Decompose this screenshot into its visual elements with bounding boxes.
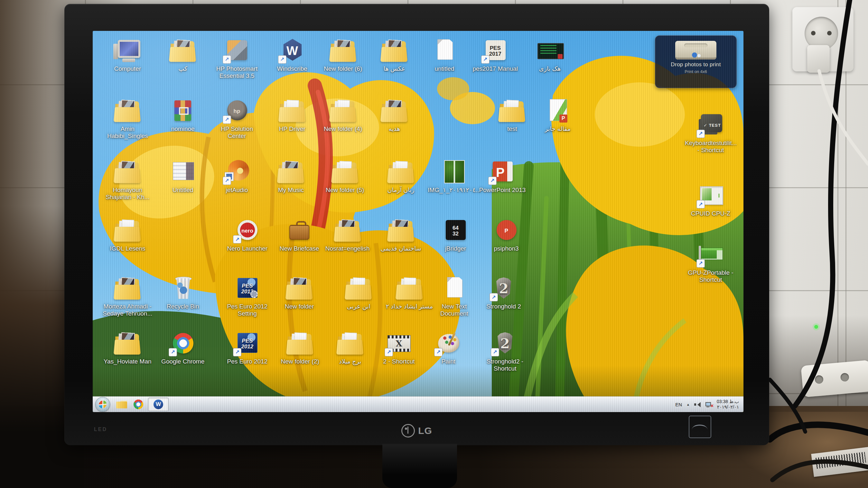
folder-papers-icon	[330, 160, 360, 185]
folder-media-icon	[113, 331, 142, 356]
icon-borj-folder[interactable]: برج میلاد	[324, 331, 376, 365]
icon-windscribe[interactable]: W↗ Windscribe	[267, 39, 318, 72]
icon-sakhteman-ghadimi[interactable]: ساختمان قدیمی	[375, 219, 427, 252]
language-indicator[interactable]: EN	[675, 402, 682, 407]
icon-art	[121, 277, 135, 295]
taskbar-explorer-button[interactable]	[113, 397, 130, 412]
icon-paint[interactable]: ↗ Paint	[423, 331, 474, 365]
icon-art	[122, 59, 135, 62]
icon-label: 2 - Shortcut	[373, 358, 425, 365]
icon-psiphon3[interactable]: P psiphon3	[480, 219, 532, 252]
icon-pes-euro-setting[interactable]: PES 2012 Pes Euro 2012 Setting	[221, 276, 273, 317]
icon-art	[179, 107, 189, 115]
icon-2-shortcut[interactable]: X↗ 2 - Shortcut	[373, 331, 425, 365]
icon-recycle-bin[interactable]: Recycle Bin	[157, 276, 209, 310]
icon-stronghold-2[interactable]: 2↗ Stronghold 2	[478, 276, 529, 310]
volume-icon[interactable]	[694, 402, 700, 407]
icon-morteza-ahmadi[interactable]: Morteza Ahmadi - Sedaye Tehruon...	[102, 276, 153, 317]
tile-icon: 64 32	[441, 219, 470, 243]
shot-icon	[168, 160, 197, 185]
icon-jetaudio[interactable]: ↗ jetAudio	[211, 160, 262, 194]
icon-ibn-arabi[interactable]: ابن عربی	[333, 276, 384, 310]
hidden-icons-chevron[interactable]: ▴	[687, 402, 689, 406]
icon-pes-euro-2012[interactable]: PES 2012↗ Pes Euro 2012	[221, 331, 273, 365]
icon-art	[121, 332, 135, 350]
icon-new-folder-6[interactable]: New folder (6)	[317, 39, 369, 72]
start-button[interactable]	[95, 397, 110, 412]
icon-kap-folder[interactable]: کپ	[157, 39, 209, 72]
gadget-title: Drop photos to print	[655, 61, 736, 68]
icon-img-20191204[interactable]: IMG_٢٠١٩١٢٠٤_١...	[428, 160, 479, 194]
taskbar-chrome-button[interactable]	[130, 397, 147, 412]
icon-computer[interactable]: Computer	[102, 39, 153, 72]
icon-art: 64 32	[441, 219, 470, 243]
print-gadget[interactable]: Drop photos to print Print on 4x6	[655, 35, 737, 88]
icon-aks-ha-folder[interactable]: عکس ها	[369, 39, 420, 72]
icon-cpuid-cpuz[interactable]: ↗ CPUID CPU-Z	[685, 183, 736, 217]
icon-hp-solution-center[interactable]: hp↗ HP Solution Center	[211, 99, 262, 140]
folder-media-icon	[113, 276, 142, 301]
icon-new-briefcase[interactable]: New Briefcase	[274, 219, 325, 252]
icon-label: test	[486, 126, 538, 133]
windows-logo-icon	[99, 400, 106, 409]
pp-icon: P↗	[488, 160, 517, 185]
icon-hp-driver[interactable]: HP Driver	[267, 99, 318, 133]
icon-mester-folder[interactable]: مستر ایشاد خداد ٢	[384, 276, 435, 310]
shortcut-arrow-icon: ↗	[491, 348, 499, 356]
folder-media-icon	[379, 99, 409, 124]
icon-new-text-document[interactable]: New Text Document	[428, 276, 480, 317]
icon-nominoe[interactable]: nominoe	[157, 99, 209, 133]
icon-test-folder[interactable]: test	[486, 99, 538, 133]
icon-amin-habibi[interactable]: Amin Habibi_Singles	[102, 99, 153, 140]
icon-label: GPU-ZPortable - Shortcut	[685, 269, 736, 284]
icon-new-folder-4[interactable]: New folder (4)	[317, 99, 369, 133]
icon-label: PowerPoint 2013	[477, 187, 528, 194]
icon-igdl-lesens[interactable]: IGDL Lesens	[102, 219, 153, 252]
icon-new-folder[interactable]: New folder	[274, 276, 325, 310]
icon-label: HP Solution Center	[211, 126, 262, 140]
clock[interactable]: 03:38 ب.ظ ٢٠١٩/٠٢/٠١	[717, 399, 739, 410]
icon-art	[344, 332, 357, 349]
icon-untitled-doc[interactable]: untitled	[419, 39, 470, 72]
desktop[interactable]: Computer کپ ↗ HP Photosmart Essential 3.…	[93, 31, 743, 412]
icon-hediye-folder[interactable]: هدیه	[369, 99, 420, 133]
icon-label: مستر ایشاد خداد ٢	[384, 303, 435, 310]
icon-art	[294, 332, 307, 349]
icon-yas-hoviate-man[interactable]: Yas_Hoviate Man	[102, 331, 153, 365]
icon-homayoun-shajarian[interactable]: Homayoun Shajarian - Kh...	[102, 160, 153, 201]
icon-new-folder-5[interactable]: New folder (5)	[319, 160, 371, 194]
icon-pes2017-manual[interactable]: PES 2017↗ pes2017 Manual	[470, 39, 521, 72]
icon-maghale-jaber[interactable]: P مقاله جابر	[532, 99, 584, 133]
monitor-stand	[382, 444, 457, 488]
shortcut-arrow-icon: ↗	[481, 55, 490, 64]
taskbar-windscribe-button[interactable]: W	[148, 398, 168, 411]
icon-zaban-arman[interactable]: زبان آرمان	[375, 160, 427, 194]
icon-stronghold2-shortcut[interactable]: 2↗ Stronghold2 - Shortcut	[479, 331, 531, 372]
energy-star-sticker	[689, 416, 711, 438]
icon-label: New folder (2)	[274, 358, 326, 365]
icon-hack-bazi[interactable]: هک بازی	[524, 39, 576, 72]
icon-label: psiphon3	[480, 245, 532, 252]
icon-label: jetAudio	[211, 187, 262, 194]
icon-nero-launcher[interactable]: nero↗ Nero Launcher	[221, 219, 273, 252]
icon-hp-photosmart[interactable]: ↗ HP Photosmart Essential 3.5	[211, 39, 262, 79]
icon-jbridger[interactable]: 64 32 jBridger	[430, 219, 481, 252]
network-icon[interactable]: ×	[705, 402, 712, 407]
icon-powerpoint-2013[interactable]: P↗ PowerPoint 2013	[477, 160, 528, 194]
icon-my-music[interactable]: My Music	[265, 160, 317, 194]
icon-nosrat-engelish[interactable]: Nosrat=engelish	[322, 219, 373, 252]
key-icon: ✓ TEST↗	[696, 113, 725, 138]
computer-icon	[113, 39, 142, 64]
pes-set-icon: PES 2012	[232, 276, 262, 301]
tile-icon: PES 2017↗	[480, 39, 510, 64]
icon-label: New folder (5)	[319, 187, 371, 194]
icon-gpuz-portable[interactable]: ↗ GPU-ZPortable - Shortcut	[685, 242, 736, 284]
icon-google-chrome[interactable]: ↗ Google Chrome	[157, 331, 209, 365]
icon-keyboard-test[interactable]: ✓ TEST↗ Keyboardtestutilit... - Shortcut	[685, 113, 736, 154]
shortcut-arrow-icon: ↗	[488, 176, 497, 185]
icon-new-folder-2[interactable]: New folder (2)	[274, 331, 326, 365]
folder-media-icon	[333, 219, 362, 243]
icon-label: Stronghold 2	[478, 303, 529, 310]
icon-untitled-img[interactable]: Untitled	[157, 160, 209, 194]
shortcut-arrow-icon: ↗	[278, 55, 286, 64]
